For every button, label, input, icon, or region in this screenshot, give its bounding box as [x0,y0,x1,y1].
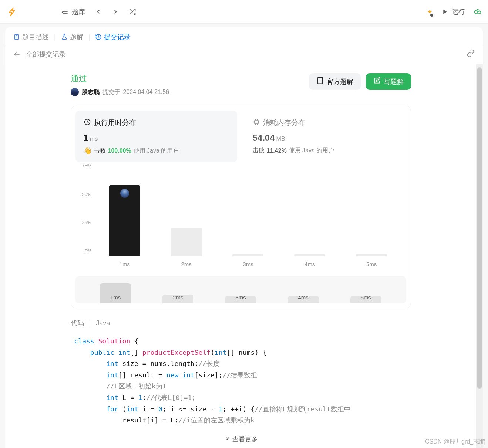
svg-rect-13 [255,120,258,124]
topbar: 题库 ✦ 运行 [0,0,488,24]
mini-bar[interactable]: 1ms [100,283,131,303]
memory-value: 54.04 [253,133,275,143]
runtime-beat-label: 击败 [94,147,106,155]
y-tick-label: 50% [75,191,92,197]
back-button[interactable] [13,51,21,58]
show-more-label: 查看更多 [232,435,258,444]
wave-icon: 👋 [84,147,92,155]
tabs: 题目描述 | 题解 | 提交记录 [5,27,483,45]
x-tick-label: 4ms [285,261,334,267]
book-icon [316,77,324,86]
memory-pct: 11.42% [267,147,287,154]
runtime-suffix: 使用 Java 的用户 [134,147,179,155]
prev-button[interactable] [95,8,102,16]
mini-bar[interactable]: 5ms [350,296,381,303]
edit-icon [373,77,381,86]
memory-metric[interactable]: 消耗内存分布 54.04MB 击败 11.42% 使用 Java 的用户 [245,111,406,162]
shuffle-button[interactable] [129,8,136,16]
runtime-metric[interactable]: 执行用时分布 1ms 👋 击败 100.00% 使用 Java 的用户 [75,111,237,162]
x-tick-label: 5ms [347,261,396,267]
mini-chart: 1ms2ms3ms4ms5ms [75,276,406,303]
show-more-button[interactable]: 查看更多 [71,435,411,444]
memory-title: 消耗内存分布 [263,118,305,128]
flask-icon [61,34,68,40]
chevron-right-icon [112,8,119,16]
next-button[interactable] [112,8,119,16]
tab-submissions-label: 提交记录 [104,33,131,41]
runtime-title: 执行用时分布 [94,118,136,128]
subhead-label: 全部提交记录 [26,50,66,59]
scroll-area: 通过 殷志鹏 提交于 2024.04.04 21:56 官方题解 [5,64,476,448]
runtime-unit: ms [90,136,98,142]
chip-icon [253,118,260,128]
mini-bar[interactable]: 2ms [162,295,193,303]
status-row: 通过 殷志鹏 提交于 2024.04.04 21:56 官方题解 [71,73,411,96]
runtime-pct: 100.00% [108,147,131,154]
tab-submissions[interactable]: 提交记录 [95,33,131,41]
write-solution-label: 写题解 [384,77,404,86]
chevron-left-icon [95,8,102,16]
performance-card: 执行用时分布 1ms 👋 击败 100.00% 使用 Java 的用户 [71,106,411,308]
tab-description[interactable]: 题目描述 [13,33,49,41]
status-actions: 官方题解 写题解 [309,73,411,90]
avatar[interactable] [71,88,79,96]
chart-bars [94,171,403,256]
scrollbar-thumb[interactable] [477,67,482,389]
chart-bar[interactable] [109,185,140,256]
submit-timestamp: 2024.04.04 21:56 [123,89,169,95]
clock-icon [84,118,91,128]
code-label: 代码 [71,319,84,327]
chevron-double-down-icon [224,435,230,443]
avatar [120,189,129,198]
x-tick-label: 1ms [100,261,149,267]
play-icon [441,8,449,16]
scrollbar[interactable] [476,64,483,448]
status-title: 通过 [71,73,309,84]
memory-suffix: 使用 Java 的用户 [289,147,334,155]
runtime-value: 1 [84,133,88,143]
code-section: 代码 | Java class Solution { public int[] … [71,319,411,444]
username[interactable]: 殷志鹏 [82,88,100,96]
submit-button[interactable] [474,8,481,16]
problems-button[interactable]: 题库 [61,7,85,16]
code-lang: Java [96,319,110,327]
cloud-upload-icon [474,8,481,16]
tab-separator: | [88,33,90,41]
separator: | [89,319,91,327]
nav-group: 题库 [61,7,136,16]
code-block[interactable]: class Solution { public int[] productExc… [71,334,411,428]
share-link-button[interactable] [467,49,475,59]
official-solution-button[interactable]: 官方题解 [309,73,361,90]
tab-solution[interactable]: 题解 [61,33,83,41]
write-solution-button[interactable]: 写题解 [366,73,411,90]
problems-label: 题库 [72,7,85,16]
mini-bar[interactable]: 3ms [225,296,256,303]
shuffle-icon [129,8,136,16]
runtime-chart: 0%25%50%75% 1ms2ms3ms4ms5ms [75,171,406,267]
right-actions: ✦ 运行 [427,7,481,16]
list-icon [61,8,69,16]
y-tick-label: 75% [75,163,92,169]
history-icon [95,34,102,40]
tab-separator: | [54,33,56,41]
chart-bar[interactable] [356,254,387,256]
debug-icon[interactable]: ✦ [427,8,433,16]
run-label: 运行 [452,7,465,16]
memory-beat-label: 击败 [253,147,265,155]
mini-bar[interactable]: 4ms [288,296,319,303]
submit-prefix: 提交于 [102,88,120,96]
chart-bar[interactable] [232,254,263,256]
x-tick-label: 3ms [223,261,273,267]
run-button[interactable]: 运行 [441,7,465,16]
submitter: 殷志鹏 提交于 2024.04.04 21:56 [71,88,309,96]
tab-description-label: 题目描述 [22,33,49,41]
watermark: CSDN @殷丿grd_志鹏 [425,438,485,446]
chart-bar[interactable] [171,228,202,256]
content-wrap: 通过 殷志鹏 提交于 2024.04.04 21:56 官方题解 [5,64,483,448]
official-solution-label: 官方题解 [327,77,353,86]
doc-icon [13,34,20,40]
logo[interactable] [7,7,17,17]
y-tick-label: 25% [75,220,92,225]
chart-bar[interactable] [294,254,325,256]
svg-marker-6 [443,10,447,14]
